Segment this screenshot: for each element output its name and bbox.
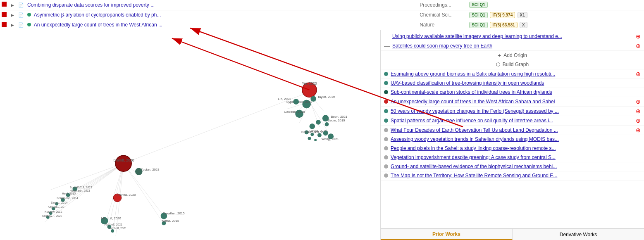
add-button[interactable]: ⊕ bbox=[636, 98, 641, 105]
item-dot bbox=[384, 119, 388, 123]
svg-text:Brandt, 2020: Brandt, 2020 bbox=[113, 158, 134, 162]
right-panel: — Using publicly available satellite ima… bbox=[380, 30, 644, 240]
dash-icon: — bbox=[384, 33, 390, 40]
svg-text:Kussow..., 2020: Kussow..., 2020 bbox=[42, 214, 62, 217]
item-dot bbox=[384, 100, 388, 104]
svg-text:Tucker, 2023: Tucker, 2023 bbox=[141, 168, 160, 171]
panel-item[interactable]: Sub-continental-scale carbon stocks of i… bbox=[381, 88, 644, 97]
panel-item[interactable]: Spatial patterns of argan-tree influence… bbox=[381, 116, 644, 126]
panel-item[interactable]: — Using publicly available satellite ima… bbox=[381, 32, 644, 41]
svg-point-44 bbox=[317, 133, 322, 137]
add-button[interactable]: ⊕ bbox=[636, 117, 641, 124]
svg-text:Calcedo, 2018: Calcedo, 2018 bbox=[284, 110, 305, 114]
panel-item[interactable]: The Map Is not the Territory: How Satell… bbox=[381, 171, 644, 181]
svg-text:Hanna, 2020: Hanna, 2020 bbox=[117, 192, 136, 196]
svg-point-49 bbox=[314, 139, 317, 141]
row-flag-icon bbox=[0, 10, 8, 20]
panel-item[interactable]: Assessing woody vegetation trends in Sah… bbox=[381, 135, 644, 144]
row-title[interactable]: Combining disparate data sources for imp… bbox=[26, 0, 418, 10]
item-dot bbox=[384, 155, 388, 159]
item-text: 50 years of woody vegetation changes in … bbox=[391, 108, 634, 114]
table-row[interactable]: ▶ 📄 Asymmetric β-arylation of cyclopropa… bbox=[0, 10, 644, 20]
row-title[interactable]: Asymmetric β-arylation of cyclopropanols… bbox=[26, 10, 418, 20]
add-button[interactable]: ⊕ bbox=[636, 127, 641, 133]
table-row[interactable]: ▶ 📄 An unexpectedly large count of trees… bbox=[0, 20, 644, 30]
svg-text:Mardoff, 2020: Mardoff, 2020 bbox=[101, 216, 122, 220]
row-doc-icon: 📄 bbox=[17, 0, 26, 10]
row-flag-icon bbox=[0, 0, 8, 10]
panel-item[interactable]: Vegetation impoverishment despite greeni… bbox=[381, 153, 644, 162]
panel-item[interactable]: What Four Decades of Earth Observation T… bbox=[381, 126, 644, 135]
dash-icon: — bbox=[384, 43, 390, 49]
item-text: Ground- and satellite-based evidence of … bbox=[391, 164, 641, 169]
svg-text:Brinkmann, 2014: Brinkmann, 2014 bbox=[57, 196, 78, 199]
add-button[interactable]: ⊕ bbox=[636, 33, 641, 40]
svg-text:Held, 2015: Held, 2015 bbox=[62, 192, 76, 195]
add-button[interactable]: ⊕ bbox=[636, 71, 641, 77]
tab-prior-works[interactable]: Prior Works bbox=[381, 229, 513, 240]
row-flag-icon bbox=[0, 20, 8, 30]
panel-item[interactable]: 50 years of woody vegetation changes in … bbox=[381, 107, 644, 116]
item-dot bbox=[384, 81, 388, 85]
panel-item[interactable]: People and pixels in the Sahel: a study … bbox=[381, 144, 644, 153]
tab-derivative-works[interactable]: Derivative Works bbox=[513, 229, 644, 240]
svg-text:Beum, 2019: Beum, 2019 bbox=[327, 119, 345, 122]
row-expand-icon[interactable]: ▶ bbox=[8, 0, 17, 10]
svg-text:Lin, 2022: Lin, 2022 bbox=[278, 97, 291, 101]
item-text: People and pixels in the Sahel: a study … bbox=[391, 145, 641, 151]
svg-text:Sanb..., 2014: Sanb..., 2014 bbox=[51, 201, 68, 204]
panel-item[interactable]: — Satellites could soon map every tree o… bbox=[381, 41, 644, 51]
library-table: ▶ 📄 Combining disparate data sources for… bbox=[0, 0, 644, 30]
item-text: An unexpectedly large count of trees in … bbox=[391, 99, 634, 105]
item-dot bbox=[384, 173, 388, 178]
row-badges: SCI Q1 IF(5) 63.581 X bbox=[467, 20, 644, 30]
row-title[interactable]: An unexpectedly large count of trees in … bbox=[26, 20, 418, 30]
row-badges: SCI Q1 bbox=[467, 0, 644, 10]
plus-icon: + bbox=[498, 52, 501, 59]
panel-item[interactable]: ⬡ Build Graph bbox=[381, 60, 644, 69]
svg-point-45 bbox=[323, 131, 328, 135]
item-dot bbox=[384, 90, 388, 94]
svg-text:Aickhoff, 2021: Aickhoff, 2021 bbox=[105, 223, 122, 226]
panel-item[interactable]: UAV-based classification of tree-browsin… bbox=[381, 79, 644, 88]
svg-point-43 bbox=[310, 133, 314, 136]
svg-point-30 bbox=[310, 96, 316, 102]
row-badges: SCI Q1 IF(5) 9.974 X1 bbox=[467, 10, 644, 20]
table-row[interactable]: ▶ 📄 Combining disparate data sources for… bbox=[0, 0, 644, 10]
svg-point-28 bbox=[293, 99, 299, 105]
svg-text:Taylor, 2019: Taylor, 2019 bbox=[317, 95, 335, 99]
graph-area: Yei, 2020 Sypoliowski, 2023 Lin, 2022 Ta… bbox=[0, 30, 380, 240]
panel-item[interactable]: Ground- and satellite-based evidence of … bbox=[381, 162, 644, 171]
svg-point-37 bbox=[325, 122, 329, 126]
item-text: Satellites could soon map every tree on … bbox=[392, 43, 634, 49]
svg-point-47 bbox=[328, 133, 334, 139]
item-text: Estimating above ground biomass in a Sal… bbox=[391, 71, 634, 77]
panel-item[interactable]: An unexpectedly large count of trees in … bbox=[381, 97, 644, 107]
svg-text:Yei, 2020: Yei, 2020 bbox=[302, 81, 317, 86]
item-text: Vegetation impoverishment despite greeni… bbox=[391, 154, 641, 160]
svg-text:Kapitus..., 20: Kapitus..., 20 bbox=[48, 205, 64, 209]
graph-icon: ⬡ bbox=[496, 62, 500, 67]
add-button[interactable]: ⊕ bbox=[636, 43, 641, 49]
add-origin-label: Add Origin bbox=[503, 52, 527, 58]
row-journal: Chemical Sci... bbox=[418, 10, 467, 20]
row-expand-icon[interactable]: ▶ bbox=[8, 10, 17, 20]
row-doc-icon: 📄 bbox=[17, 10, 26, 20]
item-text: Spatial patterns of argan-tree influence… bbox=[391, 118, 634, 124]
item-dot bbox=[384, 109, 388, 113]
svg-text:Kirchhoff, 2021: Kirchhoff, 2021 bbox=[108, 227, 127, 230]
svg-text:Kussow, 2012: Kussow, 2012 bbox=[45, 210, 62, 213]
svg-point-48 bbox=[308, 137, 311, 140]
item-dot bbox=[384, 128, 388, 132]
svg-point-36 bbox=[316, 120, 321, 125]
panel-item[interactable]: Estimating above ground biomass in a Sal… bbox=[381, 69, 644, 79]
panel-list: — Using publicly available satellite ima… bbox=[381, 30, 644, 229]
svg-text:Crowther, 2015: Crowther, 2015 bbox=[163, 211, 185, 215]
item-text: Using publicly available satellite image… bbox=[392, 33, 634, 39]
row-expand-icon[interactable]: ▶ bbox=[8, 20, 17, 30]
add-button[interactable]: ⊕ bbox=[636, 108, 641, 114]
panel-item[interactable]: + Add Origin bbox=[381, 51, 644, 60]
item-dot bbox=[384, 146, 388, 150]
item-dot bbox=[384, 72, 388, 76]
bottom-tabs: Prior WorksDerivative Works bbox=[381, 228, 644, 240]
